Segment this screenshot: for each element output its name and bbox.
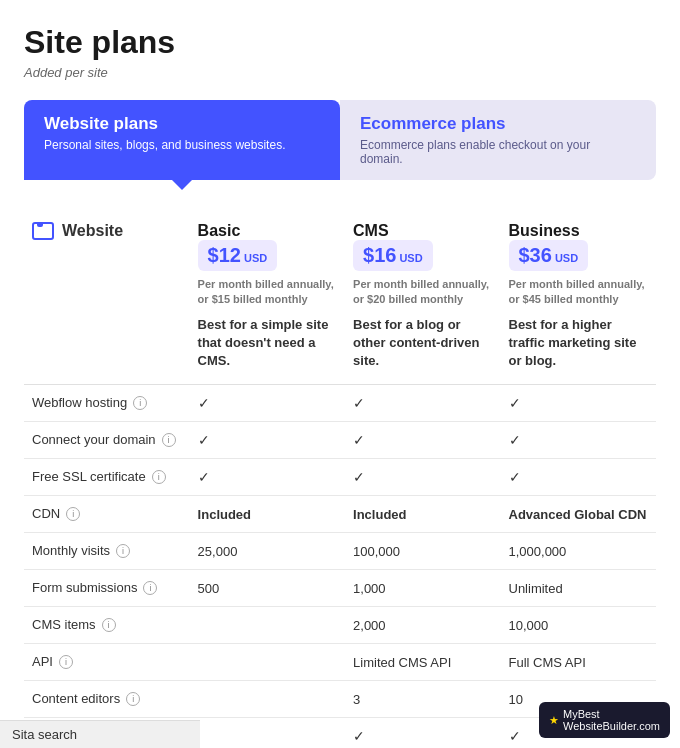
feature-value-1-2: ✓ bbox=[501, 422, 657, 459]
value-text-8-2: 10 bbox=[509, 692, 523, 707]
info-icon-4[interactable]: i bbox=[116, 544, 130, 558]
plan-desc-cms: Best for a blog or other content-driven … bbox=[353, 316, 492, 371]
checkmark-9-2: ✓ bbox=[509, 728, 521, 744]
feature-value-2-2: ✓ bbox=[501, 459, 657, 496]
price-currency-business: USD bbox=[555, 252, 578, 264]
feature-cell-8: Content editorsi bbox=[24, 681, 190, 718]
value-text-6-1: 2,000 bbox=[353, 618, 386, 633]
table-row: Free SSL certificatei✓✓✓ bbox=[24, 459, 656, 496]
table-row: CMS itemsi2,00010,000 bbox=[24, 607, 656, 644]
feature-value-9-0 bbox=[190, 718, 345, 748]
feature-value-1-1: ✓ bbox=[345, 422, 500, 459]
feature-value-3-0: Included bbox=[190, 496, 345, 533]
feature-name-3: CDN bbox=[32, 506, 60, 521]
checkmark-1-1: ✓ bbox=[353, 432, 365, 448]
tab-website-desc: Personal sites, blogs, and business webs… bbox=[44, 138, 320, 152]
table-row: Monthly visitsi25,000100,0001,000,000 bbox=[24, 533, 656, 570]
table-row: Webflow hostingi✓✓✓ bbox=[24, 385, 656, 422]
value-text-3-1: Included bbox=[353, 507, 406, 522]
feature-value-0-1: ✓ bbox=[345, 385, 500, 422]
value-text-5-2: Unlimited bbox=[509, 581, 563, 596]
pricing-table: Website Basic $12 USD Per month billed a… bbox=[24, 212, 656, 748]
plan-header-cms: CMS $16 USD Per month billed annually, o… bbox=[345, 212, 500, 385]
checkmark-2-0: ✓ bbox=[198, 469, 210, 485]
feature-value-9-1: ✓ bbox=[345, 718, 500, 748]
price-detail-cms: Per month billed annually, or $20 billed… bbox=[353, 277, 492, 308]
page-subtitle: Added per site bbox=[24, 65, 656, 80]
info-icon-6[interactable]: i bbox=[102, 618, 116, 632]
value-text-3-2: Advanced Global CDN bbox=[509, 507, 647, 522]
feature-name-7: API bbox=[32, 654, 53, 669]
price-badge-cms: $16 USD bbox=[353, 240, 433, 271]
section-label: Website bbox=[62, 222, 123, 240]
feature-name-1: Connect your domain bbox=[32, 432, 156, 447]
feature-value-5-1: 1,000 bbox=[345, 570, 500, 607]
feature-cell-5: Form submissionsi bbox=[24, 570, 190, 607]
info-icon-1[interactable]: i bbox=[162, 433, 176, 447]
feature-value-1-0: ✓ bbox=[190, 422, 345, 459]
checkmark-0-2: ✓ bbox=[509, 395, 521, 411]
price-currency-basic: USD bbox=[244, 252, 267, 264]
feature-name-8: Content editors bbox=[32, 691, 120, 706]
value-text-7-1: Limited CMS API bbox=[353, 655, 451, 670]
feature-name-2: Free SSL certificate bbox=[32, 469, 146, 484]
watermark: ★ MyBestWebsiteBuilder.com bbox=[539, 702, 670, 738]
monitor-icon bbox=[32, 222, 54, 240]
feature-value-4-1: 100,000 bbox=[345, 533, 500, 570]
value-text-8-1: 3 bbox=[353, 692, 360, 707]
tab-website[interactable]: Website plans Personal sites, blogs, and… bbox=[24, 100, 340, 180]
info-icon-2[interactable]: i bbox=[152, 470, 166, 484]
feature-value-7-0 bbox=[190, 644, 345, 681]
info-icon-0[interactable]: i bbox=[133, 396, 147, 410]
feature-value-5-0: 500 bbox=[190, 570, 345, 607]
checkmark-2-1: ✓ bbox=[353, 469, 365, 485]
feature-value-7-2: Full CMS API bbox=[501, 644, 657, 681]
watermark-label: MyBestWebsiteBuilder.com bbox=[563, 708, 660, 732]
checkmark-0-1: ✓ bbox=[353, 395, 365, 411]
price-badge-business: $36 USD bbox=[509, 240, 589, 271]
price-detail-business: Per month billed annually, or $45 billed… bbox=[509, 277, 649, 308]
feature-value-4-0: 25,000 bbox=[190, 533, 345, 570]
feature-value-5-2: Unlimited bbox=[501, 570, 657, 607]
feature-value-4-2: 1,000,000 bbox=[501, 533, 657, 570]
value-text-4-2: 1,000,000 bbox=[509, 544, 567, 559]
feature-name-6: CMS items bbox=[32, 617, 96, 632]
checkmark-2-2: ✓ bbox=[509, 469, 521, 485]
feature-name-0: Webflow hosting bbox=[32, 395, 127, 410]
table-row: APIiLimited CMS APIFull CMS API bbox=[24, 644, 656, 681]
feature-value-8-0 bbox=[190, 681, 345, 718]
table-row: Form submissionsi5001,000Unlimited bbox=[24, 570, 656, 607]
feature-value-2-1: ✓ bbox=[345, 459, 500, 496]
feature-value-8-1: 3 bbox=[345, 681, 500, 718]
info-icon-7[interactable]: i bbox=[59, 655, 73, 669]
tab-ecommerce[interactable]: Ecommerce plans Ecommerce plans enable c… bbox=[340, 100, 656, 180]
feature-value-0-2: ✓ bbox=[501, 385, 657, 422]
price-detail-basic: Per month billed annually, or $15 billed… bbox=[198, 277, 337, 308]
value-text-7-2: Full CMS API bbox=[509, 655, 586, 670]
feature-cell-2: Free SSL certificatei bbox=[24, 459, 190, 496]
page-title: Site plans bbox=[24, 24, 656, 61]
feature-name-5: Form submissions bbox=[32, 580, 137, 595]
plan-header-basic: Basic $12 USD Per month billed annually,… bbox=[190, 212, 345, 385]
table-row: Connect your domaini✓✓✓ bbox=[24, 422, 656, 459]
table-row: CDNiIncludedIncludedAdvanced Global CDN bbox=[24, 496, 656, 533]
feature-value-3-1: Included bbox=[345, 496, 500, 533]
page-container: Site plans Added per site Website plans … bbox=[0, 0, 680, 748]
feature-value-3-2: Advanced Global CDN bbox=[501, 496, 657, 533]
value-text-3-0: Included bbox=[198, 507, 251, 522]
feature-cell-4: Monthly visitsi bbox=[24, 533, 190, 570]
plan-tabs: Website plans Personal sites, blogs, and… bbox=[24, 100, 656, 180]
table-header-row: Website Basic $12 USD Per month billed a… bbox=[24, 212, 656, 385]
section-header: Website bbox=[32, 222, 182, 240]
price-amount-cms: $16 bbox=[363, 244, 396, 267]
value-text-6-2: 10,000 bbox=[509, 618, 549, 633]
price-currency-cms: USD bbox=[399, 252, 422, 264]
feature-value-0-0: ✓ bbox=[190, 385, 345, 422]
info-icon-8[interactable]: i bbox=[126, 692, 140, 706]
plan-name-basic: Basic bbox=[198, 222, 337, 240]
info-icon-3[interactable]: i bbox=[66, 507, 80, 521]
info-icon-5[interactable]: i bbox=[143, 581, 157, 595]
feature-value-6-1: 2,000 bbox=[345, 607, 500, 644]
feature-value-6-2: 10,000 bbox=[501, 607, 657, 644]
feature-cell-3: CDNi bbox=[24, 496, 190, 533]
